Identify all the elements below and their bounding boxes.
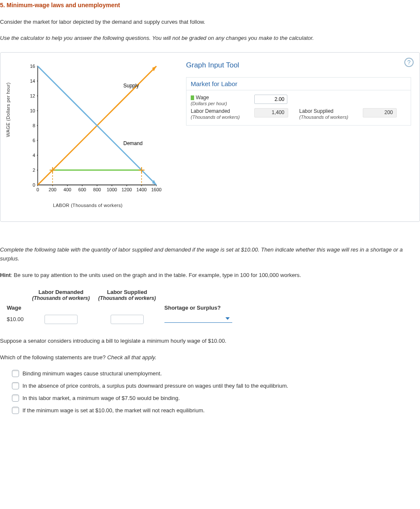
svg-text:14: 14 bbox=[30, 78, 35, 84]
table-row: $10.00 bbox=[3, 313, 236, 326]
svg-text:1400: 1400 bbox=[136, 187, 147, 192]
question-table-prompt: Complete the following table with the qu… bbox=[0, 246, 420, 263]
demand-label: Labor Demanded (Thousands of workers) bbox=[191, 108, 254, 120]
svg-text:4: 4 bbox=[33, 153, 35, 158]
svg-text:1000: 1000 bbox=[107, 187, 117, 192]
svg-text:8: 8 bbox=[33, 123, 35, 128]
svg-text:1200: 1200 bbox=[122, 187, 132, 192]
question-heading: 5. Minimum-wage laws and unemployment bbox=[0, 0, 420, 14]
shortage-surplus-dropdown[interactable] bbox=[164, 314, 232, 323]
option-row-4: If the minimum wage is set at $10.00, th… bbox=[12, 407, 420, 414]
panel-subtitle: Market for Labor bbox=[186, 77, 411, 90]
col-demanded: Labor Demanded(Thousands of workers) bbox=[28, 287, 94, 303]
option-label-1: Binding minimum wages cause structural u… bbox=[22, 370, 162, 377]
svg-text:6: 6 bbox=[33, 138, 35, 143]
col-wage: Wage bbox=[3, 303, 28, 313]
graph-tool-card: WAGE (Dollars per hour) 0 2 4 6 8 10 12 … bbox=[0, 52, 420, 222]
svg-text:0: 0 bbox=[36, 187, 39, 192]
help-icon[interactable]: ? bbox=[404, 58, 414, 67]
intro-text-1: Consider the market for labor depicted b… bbox=[0, 18, 420, 26]
labor-market-chart[interactable]: 0 2 4 6 8 10 12 14 16 0 200 400 600 800 … bbox=[25, 62, 169, 198]
svg-text:16: 16 bbox=[30, 64, 35, 69]
wage-color-swatch bbox=[191, 95, 194, 100]
option-label-2: In the absence of price controls, a surp… bbox=[22, 383, 288, 389]
checkbox-4[interactable] bbox=[12, 407, 19, 414]
wage-input[interactable] bbox=[254, 95, 287, 104]
svg-text:12: 12 bbox=[30, 93, 35, 98]
checkbox-1[interactable] bbox=[12, 370, 19, 377]
input-panel: Graph Input Tool Market for Labor Wage (… bbox=[186, 59, 414, 215]
demand-value: 1,400 bbox=[254, 108, 288, 117]
labor-supplied-input[interactable] bbox=[111, 315, 144, 324]
labor-demanded-input[interactable] bbox=[45, 315, 78, 324]
panel-title: Graph Input Tool bbox=[186, 61, 411, 70]
hint-text: Hint: Be sure to pay attention to the un… bbox=[0, 271, 420, 280]
option-label-3: In this labor market, a minimum wage of … bbox=[22, 395, 180, 401]
svg-text:2: 2 bbox=[33, 168, 35, 173]
answer-table: Labor Demanded(Thousands of workers) Lab… bbox=[3, 287, 236, 326]
check-all-prompt: Which of the following statements are tr… bbox=[0, 353, 420, 362]
svg-text:200: 200 bbox=[49, 187, 56, 192]
intro-text-2: Use the calculator to help you answer th… bbox=[0, 34, 420, 42]
senator-prompt: Suppose a senator considers introducing … bbox=[0, 337, 420, 346]
svg-text:10: 10 bbox=[30, 108, 35, 113]
chart-container: WAGE (Dollars per hour) 0 2 4 6 8 10 12 … bbox=[6, 59, 176, 215]
supply-label: Labor Supplied (Thousands of workers) bbox=[299, 108, 363, 120]
svg-text:600: 600 bbox=[78, 187, 86, 192]
y-axis-label: WAGE (Dollars per hour) bbox=[6, 82, 11, 137]
wage-label: Wage (Dollars per hour) bbox=[191, 95, 254, 106]
row-wage-value: $10.00 bbox=[3, 313, 28, 326]
checkbox-3[interactable] bbox=[12, 394, 19, 402]
svg-text:1600: 1600 bbox=[151, 187, 161, 192]
supply-label: Supply bbox=[123, 83, 139, 89]
option-row-2: In the absence of price controls, a surp… bbox=[12, 382, 420, 389]
svg-text:400: 400 bbox=[64, 187, 71, 192]
x-axis-label: LABOR (Thousands of workers) bbox=[53, 203, 122, 208]
supply-value: 200 bbox=[363, 108, 397, 117]
svg-text:0: 0 bbox=[33, 182, 35, 187]
col-supplied: Labor Supplied(Thousands of workers) bbox=[94, 287, 160, 303]
col-shortage-surplus: Shortage or Surplus? bbox=[160, 303, 236, 313]
checkbox-2[interactable] bbox=[12, 382, 19, 389]
demand-label: Demand bbox=[123, 140, 142, 146]
option-row-1: Binding minimum wages cause structural u… bbox=[12, 370, 420, 377]
option-row-3: In this labor market, a minimum wage of … bbox=[12, 394, 420, 402]
option-label-4: If the minimum wage is set at $10.00, th… bbox=[22, 407, 205, 414]
svg-text:800: 800 bbox=[93, 187, 101, 192]
